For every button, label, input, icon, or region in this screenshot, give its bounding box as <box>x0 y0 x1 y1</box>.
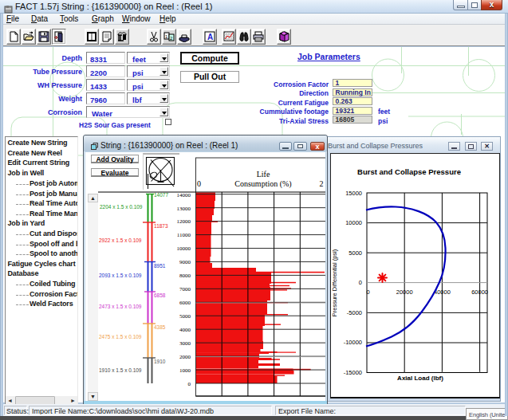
svg-text:0: 0 <box>359 279 362 286</box>
svg-text:8951: 8951 <box>154 263 166 269</box>
svg-text:1000: 1000 <box>179 367 191 374</box>
svg-text:2204 x 1.5 x 0.109: 2204 x 1.5 x 0.109 <box>100 204 143 210</box>
svg-text:10000: 10000 <box>345 219 362 226</box>
svg-text:Burst and Collapse Pressure: Burst and Collapse Pressure <box>357 167 461 176</box>
svg-text:A: A <box>207 33 213 41</box>
svg-text:10000: 10000 <box>177 245 191 252</box>
svg-text:0: 0 <box>188 381 191 387</box>
svg-text:1910 x 1.5 x 0.109: 1910 x 1.5 x 0.109 <box>99 367 142 373</box>
svg-text:11873: 11873 <box>154 223 168 229</box>
svg-text:5000: 5000 <box>179 313 191 320</box>
svg-text:2473 x 1.5 x 0.109: 2473 x 1.5 x 0.109 <box>99 304 142 309</box>
svg-text:2475 x 1.5 x 0.109: 2475 x 1.5 x 0.109 <box>99 334 142 340</box>
svg-text:0: 0 <box>366 289 369 296</box>
svg-text:Consumption (%): Consumption (%) <box>234 179 291 189</box>
svg-text:20000: 20000 <box>396 289 413 296</box>
svg-text:2922 x 1.5 x 0.109: 2922 x 1.5 x 0.109 <box>99 237 142 243</box>
svg-text:Pressure Differential (psi): Pressure Differential (psi) <box>331 249 338 316</box>
svg-text:6858: 6858 <box>154 292 166 298</box>
svg-text:9000: 9000 <box>179 259 191 265</box>
svg-text:-5000: -5000 <box>347 309 362 316</box>
svg-text:Axial Load (lbf): Axial Load (lbf) <box>397 375 443 382</box>
svg-text:6000: 6000 <box>179 300 191 306</box>
svg-text:14077: 14077 <box>154 192 168 198</box>
svg-text:15000: 15000 <box>345 190 362 197</box>
svg-text:13000: 13000 <box>177 206 191 212</box>
svg-text:5000: 5000 <box>349 249 362 257</box>
svg-text:4385: 4385 <box>154 324 166 330</box>
svg-text:0: 0 <box>197 179 201 188</box>
svg-text:3000: 3000 <box>179 340 191 347</box>
svg-text:12000: 12000 <box>177 218 191 225</box>
svg-text:-10000: -10000 <box>344 339 362 346</box>
svg-text:-15000: -15000 <box>344 369 362 376</box>
svg-text:2000: 2000 <box>179 354 191 360</box>
svg-text:14000: 14000 <box>177 192 191 198</box>
svg-text:1910: 1910 <box>154 359 166 364</box>
svg-text:Life: Life <box>257 170 270 179</box>
svg-text:2093 x 1.5 x 0.109: 2093 x 1.5 x 0.109 <box>99 273 142 278</box>
svg-text:60000: 60000 <box>471 289 488 296</box>
svg-text:4000: 4000 <box>179 327 191 333</box>
svg-text:11000: 11000 <box>177 232 191 238</box>
svg-text:7000: 7000 <box>179 286 191 292</box>
svg-text:2: 2 <box>320 179 324 188</box>
svg-text:8000: 8000 <box>179 273 191 279</box>
